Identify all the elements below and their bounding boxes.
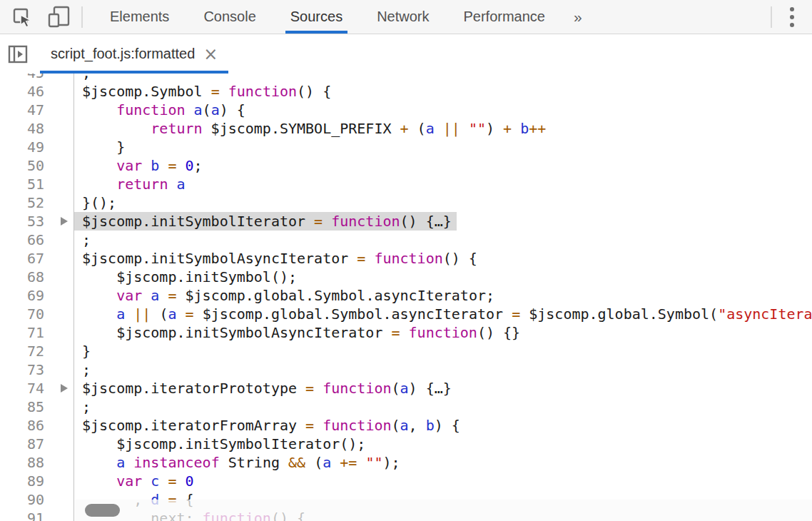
code-text[interactable]: ; (74, 398, 96, 416)
line-number[interactable]: 53 (0, 212, 44, 231)
gutter: 50 (0, 156, 74, 175)
code-text[interactable]: } (74, 138, 130, 156)
fold-cell (44, 82, 73, 101)
line-number[interactable]: 70 (0, 305, 44, 323)
code-text[interactable]: return $jscomp.SYMBOL_PREFIX + (a || "")… (74, 119, 551, 138)
code-text[interactable]: a instanceof String && (a += ""); (74, 453, 405, 472)
code-text[interactable]: $jscomp.initSymbolAsyncIterator = functi… (74, 249, 482, 268)
code-text[interactable]: var a = $jscomp.global.Symbol.asyncItera… (74, 286, 499, 305)
fold-cell (44, 249, 73, 268)
device-toolbar-icon (47, 5, 71, 29)
code-text[interactable]: $jscomp.initSymbol(); (74, 268, 302, 286)
fold-cell (44, 360, 73, 379)
code-line-49: 49 } (0, 138, 812, 156)
fold-cell (44, 490, 73, 509)
gutter: 48 (0, 119, 74, 138)
horizontal-scrollbar[interactable] (75, 500, 812, 521)
fold-cell (44, 74, 73, 82)
line-number[interactable]: 89 (0, 472, 44, 490)
tab-close-icon[interactable]: × (203, 46, 218, 63)
gutter: 88 (0, 453, 74, 472)
line-number[interactable]: 90 (0, 490, 44, 509)
fold-cell (44, 435, 73, 453)
code-line-69: 69 var a = $jscomp.global.Symbol.asyncIt… (0, 286, 812, 305)
tab-more-tabs[interactable]: » (572, 0, 584, 34)
code-line-47: 47 function a(a) { (0, 101, 812, 119)
line-number[interactable]: 91 (0, 509, 44, 521)
line-number[interactable]: 49 (0, 138, 44, 156)
code-text[interactable]: ; (74, 231, 96, 249)
line-number[interactable]: 85 (0, 398, 44, 416)
fold-cell (44, 175, 73, 193)
line-number[interactable]: 74 (0, 379, 44, 398)
line-number[interactable]: 45 (0, 74, 44, 82)
tab-console[interactable]: Console (202, 0, 257, 34)
code-text[interactable]: ; (74, 74, 96, 82)
fold-cell (44, 323, 73, 342)
code-text[interactable]: ; (74, 360, 96, 379)
line-number[interactable]: 68 (0, 268, 44, 286)
code-line-66: 66; (0, 231, 812, 249)
fold-cell (44, 193, 73, 212)
line-number[interactable]: 72 (0, 342, 44, 360)
line-number[interactable]: 67 (0, 249, 44, 268)
fold-cell (44, 138, 73, 156)
fold-cell (44, 472, 73, 490)
code-text[interactable]: a || (a = $jscomp.global.Symbol.asyncIte… (74, 305, 812, 323)
inspect-element-button[interactable] (0, 0, 40, 34)
code-text[interactable]: var b = 0; (74, 156, 208, 175)
line-number[interactable]: 88 (0, 453, 44, 472)
line-number[interactable]: 50 (0, 156, 44, 175)
code-text[interactable]: }(); (74, 193, 121, 212)
gutter: 89 (0, 472, 74, 490)
gutter: 73 (0, 360, 74, 379)
line-number[interactable]: 69 (0, 286, 44, 305)
code-text[interactable]: $jscomp.iteratorPrototype = function(a) … (74, 379, 457, 398)
file-tab[interactable]: script_foot.js:formatted × (40, 34, 228, 74)
fold-cell (44, 509, 73, 521)
gutter: 69 (0, 286, 74, 305)
code-line-48: 48 return $jscomp.SYMBOL_PREFIX + (a || … (0, 119, 812, 138)
code-line-67: 67$jscomp.initSymbolAsyncIterator = func… (0, 249, 812, 268)
gutter: 47 (0, 101, 74, 119)
device-toolbar-button[interactable] (40, 0, 81, 34)
tab-sources[interactable]: Sources (289, 0, 344, 34)
gutter: 45 (0, 74, 74, 82)
gutter: 90 (0, 490, 74, 509)
scrollbar-thumb[interactable] (85, 504, 120, 517)
line-number[interactable]: 73 (0, 360, 44, 379)
line-number[interactable]: 46 (0, 82, 44, 101)
navigator-toggle-button[interactable] (7, 44, 29, 65)
fold-arrow-icon[interactable] (61, 217, 68, 226)
line-number[interactable]: 51 (0, 175, 44, 193)
line-number[interactable]: 47 (0, 101, 44, 119)
line-number[interactable]: 66 (0, 231, 44, 249)
fold-cell (44, 453, 73, 472)
code-text[interactable]: $jscomp.iteratorFromArray = function(a, … (74, 416, 465, 435)
code-text[interactable]: $jscomp.initSymbolIterator(); (74, 435, 370, 453)
line-number[interactable]: 86 (0, 416, 44, 435)
code-line-68: 68 $jscomp.initSymbol(); (0, 268, 812, 286)
line-number[interactable]: 87 (0, 435, 44, 453)
fold-cell (44, 156, 73, 175)
tab-network[interactable]: Network (375, 0, 430, 34)
line-number[interactable]: 52 (0, 193, 44, 212)
fold-cell (44, 398, 73, 416)
customize-menu-button[interactable] (772, 0, 812, 34)
tab-performance[interactable]: Performance (462, 0, 547, 34)
code-text[interactable]: return a (74, 175, 191, 193)
line-number[interactable]: 71 (0, 323, 44, 342)
code-line-89: 89 var c = 0 (0, 472, 812, 490)
code-text[interactable]: var c = 0 (74, 472, 199, 490)
tab-elements[interactable]: Elements (108, 0, 171, 34)
code-text[interactable]: $jscomp.initSymbolIterator = function() … (74, 212, 457, 231)
panel-tabs: ElementsConsoleSourcesNetworkPerformance… (93, 0, 594, 34)
code-text[interactable]: $jscomp.initSymbolAsyncIterator = functi… (74, 323, 525, 342)
code-text[interactable]: $jscomp.Symbol = function() { (74, 82, 336, 101)
line-number[interactable]: 48 (0, 119, 44, 138)
code-text[interactable]: function a(a) { (74, 101, 250, 119)
code-text[interactable]: } (74, 342, 96, 360)
fold-cell (44, 379, 73, 398)
fold-arrow-icon[interactable] (61, 384, 68, 393)
gutter: 51 (0, 175, 74, 193)
